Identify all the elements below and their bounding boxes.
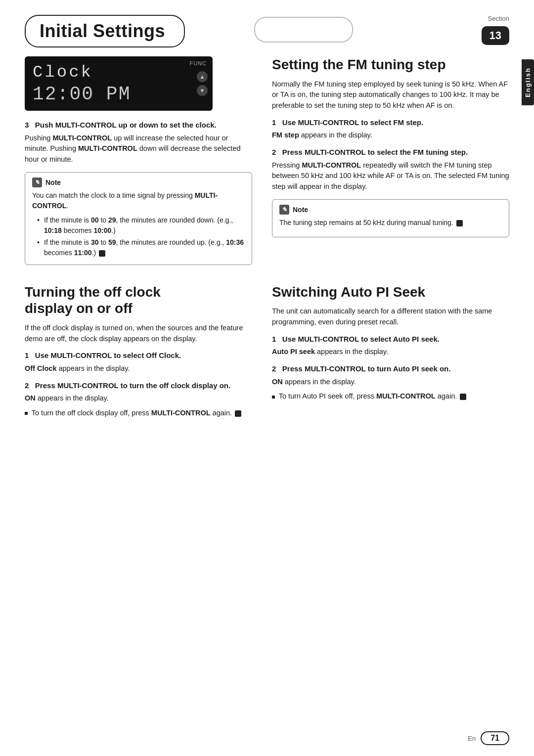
- note-title: ✎ Note: [32, 178, 245, 187]
- title-badge: Initial Settings: [25, 15, 185, 47]
- fm-tuning-intro: Normally the FM tuning step employed by …: [272, 79, 509, 111]
- clock-word: Clock: [33, 63, 93, 82]
- note-list-item-1: If the minute is 00 to 29, the minutes a…: [37, 215, 245, 236]
- stop-icon-3: [235, 410, 241, 417]
- footer: En 71: [0, 731, 534, 745]
- clock-controls: ▲ ▼: [197, 71, 208, 96]
- note-box-fm: ✎ Note The tuning step remains at 50 kHz…: [272, 199, 509, 237]
- off-clock-heading: Turning the off clockdisplay on or off: [25, 284, 252, 317]
- off-clock-step1-para: Off Clock appears in the display.: [25, 363, 252, 374]
- left-column: Clock 12:00 PM FUNC ▲ ▼ 3 Push MULTI-CON…: [25, 56, 252, 272]
- fm-step1-heading: 1 Use MULTI-CONTROL to select FM step.: [272, 117, 509, 129]
- off-clock-intro: If the off clock display is turned on, w…: [25, 323, 252, 345]
- off-clock-section: Turning the off clockdisplay on or off I…: [25, 284, 252, 423]
- off-clock-step2-para: ON appears in the display.: [25, 393, 252, 404]
- auto-pi-step2-para: ON appears in the display.: [272, 377, 509, 388]
- footer-lang: En: [468, 735, 476, 742]
- main-content: Clock 12:00 PM FUNC ▲ ▼ 3 Push MULTI-CON…: [25, 56, 509, 272]
- note-title-fm: ✎ Note: [279, 205, 502, 215]
- auto-pi-bullet: To turn Auto PI seek off, press MULTI-CO…: [272, 391, 509, 402]
- clock-display-image: Clock 12:00 PM FUNC ▲ ▼: [25, 56, 213, 111]
- stop-icon-4: [460, 394, 466, 400]
- bullet-icon-1: [25, 412, 28, 415]
- note-label: Note: [45, 178, 61, 186]
- bottom-content: Turning the off clockdisplay on or off I…: [25, 284, 509, 423]
- step3-heading-bold: 3 Push MULTI-CONTROL up or down to set t…: [25, 121, 217, 129]
- off-clock-step1-heading: 1 Use MULTI-CONTROL to select Off Clock.: [25, 350, 252, 361]
- fm-tuning-heading: Setting the FM tuning step: [272, 56, 509, 73]
- clock-line1: Clock: [33, 63, 131, 82]
- language-label: English: [522, 59, 534, 105]
- header-row: Initial Settings Section 13: [25, 15, 509, 47]
- clock-time: 12:00 PM: [33, 84, 131, 105]
- note-list-item-2: If the minute is 30 to 59, the minutes a…: [37, 237, 245, 258]
- note-label-fm: Note: [293, 206, 308, 214]
- note-icon-fm: ✎: [279, 205, 289, 215]
- fm-step2-para: Pressing MULTI-CONTROL repeatedly will s…: [272, 160, 509, 192]
- note-icon: ✎: [32, 178, 42, 187]
- clock-inner: Clock 12:00 PM: [33, 63, 131, 105]
- auto-pi-step2-heading: 2 Press MULTI-CONTROL to turn Auto PI se…: [272, 363, 509, 375]
- auto-pi-heading: Switching Auto PI Seek: [272, 284, 509, 301]
- section-number: 13: [482, 26, 509, 45]
- footer-page: 71: [481, 731, 509, 745]
- note-text-fm: The tuning step remains at 50 kHz during…: [279, 218, 502, 228]
- auto-pi-intro: The unit can automatically search for a …: [272, 306, 509, 328]
- header-right: Section 13: [482, 15, 509, 45]
- header-center-box: [254, 17, 353, 43]
- step3-para: Pushing MULTI-CONTROL up will increase t…: [25, 133, 252, 165]
- auto-pi-step1-para: Auto PI seek appears in the display.: [272, 347, 509, 357]
- off-clock-step2-heading: 2 Press MULTI-CONTROL to turn the off cl…: [25, 380, 252, 392]
- auto-pi-step1-heading: 1 Use MULTI-CONTROL to select Auto PI se…: [272, 334, 509, 345]
- page-title: Initial Settings: [40, 21, 165, 42]
- clock-func-label: FUNC: [189, 60, 207, 66]
- note-text-match: You can match the clock to a time signal…: [32, 190, 245, 211]
- section-label: Section: [488, 15, 509, 22]
- step3-heading: 3 Push MULTI-CONTROL up or down to set t…: [25, 120, 252, 131]
- bullet-icon-2: [272, 396, 275, 399]
- fm-step1-para: FM step appears in the display.: [272, 130, 509, 141]
- clock-down-arrow: ▼: [197, 85, 208, 96]
- off-clock-bullet: To turn the off clock display off, press…: [25, 408, 252, 419]
- stop-icon-2: [456, 220, 463, 226]
- stop-icon-1: [99, 250, 105, 257]
- note-list: If the minute is 00 to 29, the minutes a…: [32, 215, 245, 258]
- auto-pi-section: Switching Auto PI Seek The unit can auto…: [272, 284, 509, 423]
- clock-line2: 12:00 PM: [33, 84, 131, 105]
- fm-step2-heading: 2 Press MULTI-CONTROL to select the FM t…: [272, 147, 509, 158]
- note-box-clock: ✎ Note You can match the clock to a time…: [25, 172, 252, 265]
- clock-up-arrow: ▲: [197, 71, 208, 82]
- right-column: Setting the FM tuning step Normally the …: [272, 56, 509, 272]
